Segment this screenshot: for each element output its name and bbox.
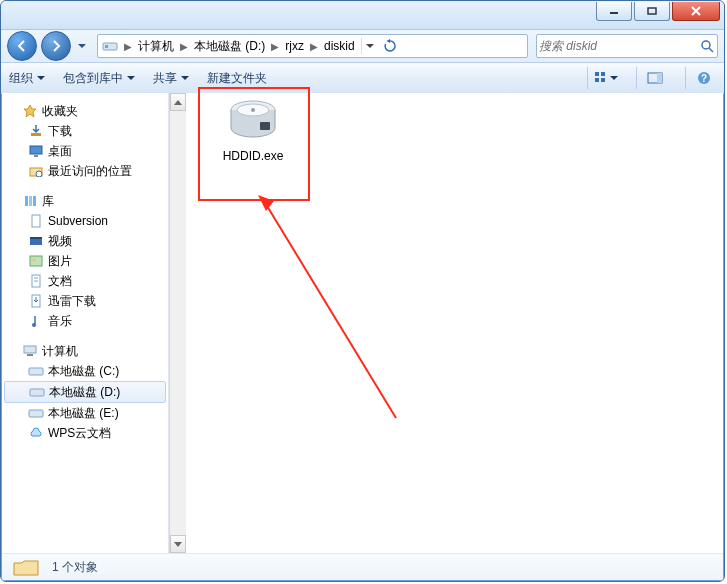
explorer-body: 收藏夹 下载 桌面 最近访问的位置 — [2, 93, 723, 553]
annotation-arrow — [256, 193, 416, 423]
include-label: 包含到库中 — [63, 70, 123, 87]
sidebar-item-thunder[interactable]: 迅雷下载 — [2, 291, 168, 311]
chevron-right-icon: ▶ — [306, 41, 322, 52]
svg-rect-8 — [595, 78, 599, 82]
drive-icon — [29, 384, 45, 400]
svg-rect-7 — [601, 72, 605, 76]
svg-rect-25 — [30, 256, 42, 266]
drive-icon — [28, 405, 44, 421]
computer-group[interactable]: 计算机 — [2, 341, 168, 361]
preview-pane-button[interactable] — [636, 67, 667, 89]
command-bar: 组织 包含到库中 共享 新建文件夹 ? — [1, 63, 724, 94]
tree-item-label: 本地磁盘 (E:) — [48, 405, 119, 422]
new-folder-button[interactable]: 新建文件夹 — [207, 70, 267, 87]
sidebar-item-documents[interactable]: 文档 — [2, 271, 168, 291]
libraries-group[interactable]: 库 — [2, 191, 168, 211]
scroll-down-icon[interactable] — [170, 535, 186, 553]
status-text: 1 个对象 — [52, 559, 98, 576]
share-menu[interactable]: 共享 — [153, 70, 189, 87]
organize-label: 组织 — [9, 70, 33, 87]
folder-icon — [10, 556, 42, 578]
file-item-hddid[interactable]: HDDID.exe — [210, 97, 296, 163]
chevron-right-icon: ▶ — [267, 41, 283, 52]
tree-item-label: WPS云文档 — [48, 425, 111, 442]
sidebar-item-wps-cloud[interactable]: WPS云文档 — [2, 423, 168, 443]
sidebar-item-downloads[interactable]: 下载 — [2, 121, 168, 141]
svg-rect-11 — [657, 73, 662, 83]
forward-button[interactable] — [41, 31, 71, 61]
tree-item-label: 本地磁盘 (D:) — [49, 384, 120, 401]
help-button[interactable]: ? — [685, 67, 716, 89]
svg-rect-33 — [27, 354, 33, 356]
path-dropdown-icon[interactable] — [361, 38, 378, 54]
sidebar-scrollbar[interactable] — [169, 93, 186, 553]
scroll-up-icon[interactable] — [170, 93, 186, 111]
svg-point-31 — [32, 323, 36, 327]
new-folder-label: 新建文件夹 — [207, 70, 267, 87]
search-input[interactable] — [537, 38, 697, 54]
tree-item-label: Subversion — [48, 214, 108, 228]
chevron-down-icon — [610, 76, 618, 80]
breadcrumb-item[interactable]: rjxz — [283, 39, 306, 53]
search-icon[interactable] — [697, 39, 717, 53]
svg-rect-9 — [601, 78, 605, 82]
scroll-track[interactable] — [170, 111, 186, 535]
cloud-icon — [28, 425, 44, 441]
document-icon — [28, 213, 44, 229]
downloads-icon — [28, 123, 44, 139]
desktop-icon — [28, 143, 44, 159]
file-list-pane[interactable]: HDDID.exe — [186, 93, 723, 553]
sidebar-item-pictures[interactable]: 图片 — [2, 251, 168, 271]
svg-rect-6 — [595, 72, 599, 76]
sidebar-item-subversion[interactable]: Subversion — [2, 211, 168, 231]
sidebar-item-drive-d[interactable]: 本地磁盘 (D:) — [4, 381, 166, 403]
svg-rect-20 — [29, 196, 32, 206]
svg-point-4 — [702, 41, 710, 49]
svg-rect-32 — [24, 346, 36, 353]
breadcrumb-item[interactable]: diskid — [322, 39, 357, 53]
hard-disk-icon — [224, 97, 282, 145]
svg-rect-40 — [260, 122, 270, 130]
refresh-icon[interactable] — [382, 38, 398, 54]
explorer-window: ▶ 计算机 ▶ 本地磁盘 (D:) ▶ rjxz ▶ diskid 组织 — [0, 0, 725, 582]
nav-history-dropdown[interactable] — [75, 32, 89, 60]
sidebar-item-recent[interactable]: 最近访问的位置 — [2, 161, 168, 181]
breadcrumb[interactable]: ▶ 计算机 ▶ 本地磁盘 (D:) ▶ rjxz ▶ diskid — [97, 34, 528, 58]
svg-line-5 — [709, 48, 713, 52]
include-in-library-menu[interactable]: 包含到库中 — [63, 70, 135, 87]
svg-rect-1 — [648, 8, 656, 14]
svg-rect-3 — [105, 45, 108, 48]
chevron-down-icon — [127, 76, 135, 80]
file-name-label: HDDID.exe — [210, 149, 296, 163]
breadcrumb-item[interactable]: 本地磁盘 (D:) — [192, 38, 267, 55]
sidebar-item-drive-c[interactable]: 本地磁盘 (C:) — [2, 361, 168, 381]
computer-icon — [22, 343, 38, 359]
svg-rect-16 — [34, 155, 38, 157]
sidebar-item-music[interactable]: 音乐 — [2, 311, 168, 331]
chevron-down-icon — [181, 76, 189, 80]
minimize-button[interactable] — [596, 2, 632, 21]
sidebar-item-drive-e[interactable]: 本地磁盘 (E:) — [2, 403, 168, 423]
svg-point-39 — [251, 108, 255, 112]
tree-item-label: 视频 — [48, 233, 72, 250]
svg-point-26 — [33, 259, 36, 262]
breadcrumb-item[interactable]: 计算机 — [136, 38, 176, 55]
view-options-button[interactable] — [587, 67, 618, 89]
libraries-label: 库 — [42, 193, 54, 210]
organize-menu[interactable]: 组织 — [9, 70, 45, 87]
music-icon — [28, 313, 44, 329]
svg-rect-35 — [30, 389, 44, 396]
svg-text:?: ? — [701, 73, 707, 84]
close-button[interactable] — [672, 2, 720, 21]
favorites-group[interactable]: 收藏夹 — [2, 101, 168, 121]
download-icon — [28, 293, 44, 309]
libraries-icon — [22, 193, 38, 209]
back-button[interactable] — [7, 31, 37, 61]
sidebar-item-desktop[interactable]: 桌面 — [2, 141, 168, 161]
svg-rect-36 — [29, 410, 43, 417]
sidebar-item-videos[interactable]: 视频 — [2, 231, 168, 251]
maximize-button[interactable] — [634, 2, 670, 21]
search-box[interactable] — [536, 34, 718, 58]
star-icon — [22, 103, 38, 119]
drive-icon — [102, 38, 118, 54]
